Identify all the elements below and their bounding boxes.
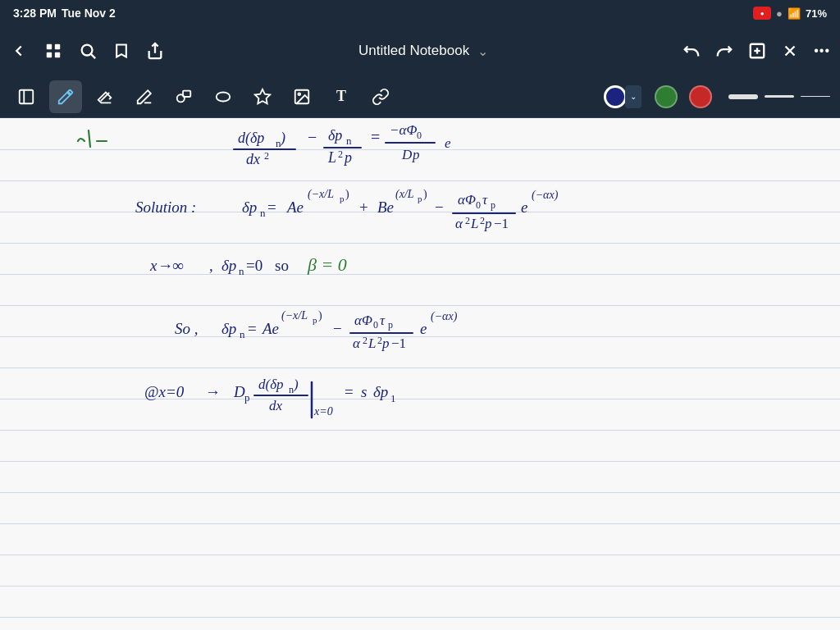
new-page-button[interactable]	[748, 42, 766, 60]
svg-text:2: 2	[363, 335, 368, 346]
svg-text:d(δp: d(δp	[238, 130, 264, 147]
svg-text:−: −	[435, 199, 444, 216]
svg-text:): )	[280, 130, 285, 147]
star-button[interactable]	[246, 80, 279, 113]
color-red[interactable]	[689, 85, 712, 108]
highlighter-button[interactable]	[128, 80, 161, 113]
svg-text:@x=0: @x=0	[144, 383, 185, 400]
svg-text:−αΦ: −αΦ	[390, 122, 417, 138]
svg-line-5	[91, 54, 95, 58]
image-button[interactable]	[285, 80, 318, 113]
notebook-area[interactable]: d(δp n ) dx 2 − δp n L 2 p = −αΦ 0 D p	[0, 118, 840, 630]
close-button[interactable]	[781, 42, 799, 60]
svg-text:αΦ: αΦ	[458, 192, 476, 208]
link-button[interactable]	[364, 80, 397, 113]
svg-text:τ: τ	[380, 313, 386, 328]
battery-display: 71%	[806, 7, 827, 20]
color-dropdown-button[interactable]: ⌄	[625, 85, 641, 108]
svg-text:n: n	[346, 135, 352, 147]
eraser-tool-button[interactable]	[89, 80, 121, 113]
svg-text:→: →	[205, 383, 221, 400]
math-content: d(δp n ) dx 2 − δp n L 2 p = −αΦ 0 D p	[0, 118, 840, 630]
apps-button[interactable]	[44, 42, 62, 60]
svg-text:2: 2	[465, 215, 470, 226]
svg-text:dx: dx	[246, 151, 260, 167]
svg-text:L: L	[327, 149, 336, 166]
svg-text:p: p	[381, 336, 390, 351]
svg-text:(−αx): (−αx)	[431, 310, 458, 323]
svg-text:): )	[345, 188, 349, 201]
svg-point-19	[298, 93, 300, 95]
svg-text:L: L	[368, 336, 376, 351]
shapes-button[interactable]	[167, 80, 200, 113]
svg-rect-3	[55, 52, 60, 57]
svg-rect-1	[55, 44, 60, 49]
svg-text:,: ,	[209, 257, 213, 274]
svg-text:p: p	[340, 194, 345, 203]
bookmark-button[interactable]	[113, 43, 130, 59]
svg-text:D: D	[233, 383, 245, 400]
svg-text:1: 1	[390, 392, 396, 404]
text-button[interactable]: T	[325, 80, 358, 113]
svg-text:dx: dx	[269, 398, 283, 413]
svg-text:τ: τ	[482, 192, 488, 208]
share-button[interactable]	[146, 42, 164, 60]
svg-text:α: α	[353, 336, 361, 351]
svg-text:δp: δp	[242, 199, 257, 216]
tool-bar-2: T ⌄	[0, 75, 840, 118]
svg-text:0: 0	[373, 319, 378, 331]
svg-text:s: s	[361, 383, 367, 400]
pen-size-thick[interactable]	[728, 94, 758, 99]
svg-text:(−x/L: (−x/L	[281, 309, 308, 322]
svg-text:Ae: Ae	[285, 199, 304, 216]
pen-sizes	[728, 94, 830, 99]
wifi-icon: 📶	[788, 7, 801, 20]
svg-text:2: 2	[338, 148, 343, 160]
svg-text:): )	[318, 309, 322, 322]
color-green[interactable]	[655, 85, 678, 108]
svg-text:δp: δp	[221, 257, 236, 274]
pen-size-medium[interactable]	[765, 95, 794, 98]
svg-text:): )	[423, 188, 427, 201]
svg-text:=: =	[248, 320, 257, 337]
undo-button[interactable]	[682, 42, 701, 60]
svg-text:0: 0	[417, 130, 422, 141]
svg-text:So ,: So ,	[175, 320, 199, 337]
dot-separator: ●	[776, 7, 783, 20]
svg-point-4	[82, 45, 93, 56]
toolbar-left	[10, 42, 164, 60]
pen-tool-button[interactable]	[49, 80, 82, 113]
pen-size-thin[interactable]	[801, 96, 830, 98]
svg-text:Ae: Ae	[261, 320, 279, 337]
svg-text:n: n	[239, 265, 244, 277]
status-bar: 3:28 PM Tue Nov 2 ● 📶 71%	[0, 0, 840, 26]
status-right: ● 📶 71%	[753, 7, 827, 20]
date-display: Tue Nov 2	[62, 7, 116, 20]
time-display: 3:28 PM	[13, 7, 57, 20]
toolbar-center: Untitled Notebook ⌄	[358, 43, 488, 59]
redo-button[interactable]	[715, 42, 733, 60]
svg-text:e: e	[521, 199, 527, 216]
back-button[interactable]	[10, 42, 28, 60]
svg-text:p: p	[343, 149, 352, 166]
search-button[interactable]	[79, 42, 97, 60]
record-indicator	[753, 7, 771, 20]
more-button[interactable]: •••	[814, 43, 830, 58]
lasso-button[interactable]	[207, 80, 240, 113]
svg-text:x=0: x=0	[313, 405, 333, 418]
svg-text:=0: =0	[246, 257, 262, 274]
svg-text:Solution :: Solution :	[135, 199, 196, 216]
svg-text:(−αx): (−αx)	[532, 189, 559, 202]
svg-text:(−x/L: (−x/L	[308, 188, 334, 201]
sidebar-toggle-button[interactable]	[10, 80, 43, 113]
svg-rect-12	[20, 89, 34, 103]
svg-text:e: e	[445, 135, 451, 151]
svg-rect-2	[47, 52, 52, 57]
svg-text:δp: δp	[373, 383, 388, 400]
svg-text:2: 2	[264, 150, 269, 162]
svg-text:p: p	[313, 315, 317, 325]
color-darkblue[interactable]	[604, 85, 627, 108]
svg-marker-17	[255, 89, 270, 103]
svg-text:−1: −1	[391, 336, 406, 351]
svg-text:δp: δp	[328, 127, 342, 144]
